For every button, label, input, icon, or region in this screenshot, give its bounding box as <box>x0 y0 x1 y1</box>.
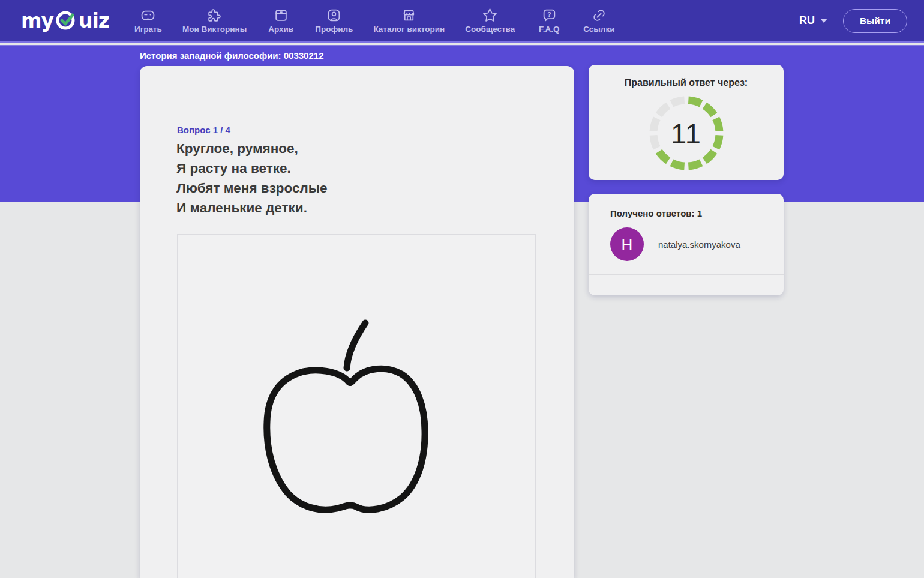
timer-card: Правильный ответ через: 11 <box>589 65 784 180</box>
nav-right-controls: RU Выйти <box>799 9 907 33</box>
archive-icon <box>274 8 289 23</box>
divider <box>589 274 784 275</box>
nav-item-label: Сообщества <box>465 25 515 34</box>
star-icon <box>482 8 497 23</box>
nav-item-play[interactable]: Играть <box>134 8 162 34</box>
apple-drawing <box>178 235 536 578</box>
timer-heading: Правильный ответ через: <box>589 77 784 88</box>
nav-item-my-quizzes[interactable]: Мои Викторины <box>182 8 247 34</box>
nav-item-links[interactable]: Ссылки <box>583 8 614 34</box>
answer-username: natalya.skornyakova <box>658 239 740 250</box>
chevron-down-icon <box>820 19 827 23</box>
question-line: И маленькие детки. <box>176 198 328 218</box>
nav-item-profile[interactable]: Профиль <box>315 8 353 34</box>
apple-body <box>267 369 425 510</box>
nav-item-label: Играть <box>134 25 162 34</box>
answers-heading: Получено ответов: 1 <box>610 208 702 218</box>
gamepad-icon <box>140 8 155 23</box>
question-line: Я расту на ветке. <box>176 158 328 178</box>
question-line: Любят меня взрослые <box>176 178 328 198</box>
question-text: Круглое, румяное, Я расту на ветке. Любя… <box>176 139 328 218</box>
nav-item-label: Профиль <box>315 25 353 34</box>
puzzle-icon <box>207 8 222 23</box>
nav-item-communities[interactable]: Сообщества <box>465 8 515 34</box>
apple-stem <box>347 323 365 368</box>
nav-item-label: Мои Викторины <box>182 25 247 34</box>
nav-item-label: Ссылки <box>583 25 614 34</box>
countdown-seconds: 11 <box>647 94 726 173</box>
nav-item-label: Каталог викторин <box>373 25 445 34</box>
nav-item-archive[interactable]: Архив <box>267 8 295 34</box>
quiz-title: История западной философии: 00330212 <box>140 50 324 61</box>
nav-item-label: F.A.Q <box>539 25 560 34</box>
logout-button[interactable]: Выйти <box>843 9 907 33</box>
profile-icon <box>326 8 341 23</box>
nav-item-faq[interactable]: ? F.A.Q <box>535 8 563 34</box>
nav-item-label: Архив <box>268 25 293 34</box>
language-selector[interactable]: RU <box>799 14 827 27</box>
avatar: H <box>610 227 644 261</box>
question-image-box <box>177 234 536 578</box>
answer-row: H natalya.skornyakova <box>610 227 772 261</box>
storefront-icon <box>401 8 416 23</box>
answers-card: Получено ответов: 1 H natalya.skornyakov… <box>589 194 784 295</box>
logo-text-left: my <box>21 9 53 32</box>
nav-item-quiz-catalog[interactable]: Каталог викторин <box>373 8 445 34</box>
nav-menu: Играть Мои Викторины Архив Профиль <box>134 8 615 34</box>
myquiz-logo[interactable]: my uiz <box>21 9 109 33</box>
logo-q-check-icon <box>54 9 78 33</box>
link-icon <box>592 8 607 23</box>
top-navigation-bar: my uiz Играть Мои Викторины <box>0 0 924 43</box>
question-line: Круглое, румяное, <box>176 139 328 158</box>
question-counter: Вопрос 1 / 4 <box>177 125 230 135</box>
question-card: Вопрос 1 / 4 Круглое, румяное, Я расту н… <box>140 66 574 578</box>
svg-text:?: ? <box>547 11 551 18</box>
language-code: RU <box>799 14 815 27</box>
logo-text-right: uiz <box>79 9 109 32</box>
question-bubble-icon: ? <box>542 8 557 23</box>
countdown-ring: 11 <box>647 94 726 173</box>
